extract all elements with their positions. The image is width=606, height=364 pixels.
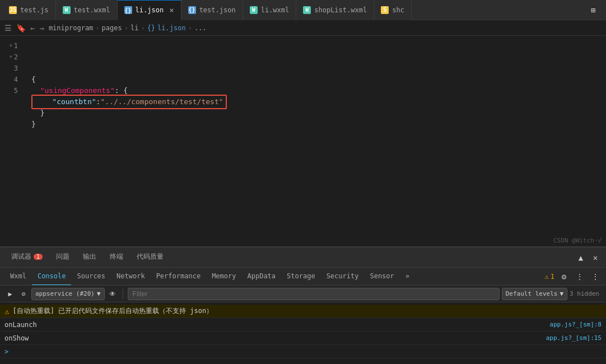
debug-tab-bar-actions: ▲ ✕ — [575, 251, 602, 264]
clear-button[interactable]: ⊘ — [18, 288, 29, 300]
devtools-tab-bar-actions: ⚠ 1 ⚙ ⋮ ⋮ — [545, 270, 602, 283]
context-label: appservice (#20) — [35, 290, 95, 297]
eye-button[interactable]: 👁 — [107, 288, 118, 300]
debug-tab-output[interactable]: 输出 — [76, 248, 103, 268]
debug-tab-label-output: 输出 — [83, 252, 96, 262]
debug-tab-bar: 调试器1问题输出终端代码质量 ▲ ✕ — [0, 248, 606, 268]
devtools-tab-security[interactable]: Security — [321, 268, 365, 286]
debug-tab-code-quality[interactable]: 代码质量 — [130, 248, 170, 268]
level-selector[interactable]: Default levels ▼ — [502, 288, 567, 300]
tab-list: JStest.jsWtest.wxml{}li.json×{}test.json… — [2, 0, 582, 20]
debug-tab-debugger[interactable]: 调试器1 — [4, 248, 49, 268]
tab-label-li-json: li.json — [136, 6, 164, 14]
console-toolbar: ▶ ⊘ appservice (#20) ▼ 👁 Default levels … — [0, 286, 606, 302]
menu-icon[interactable]: ☰ — [4, 24, 12, 32]
editor: ▼1▼2 3 4 5 { "usingComponents": { "count… — [0, 36, 606, 246]
line-number-5: 5 — [0, 85, 18, 96]
devtools-tab-memory[interactable]: Memory — [206, 268, 241, 286]
console-warn-text: [自动热重载] 已开启代码文件保存后自动热重载（不支持 json） — [12, 306, 602, 316]
breadcrumb-more: ... — [194, 24, 207, 32]
more-options-button[interactable]: ⋮ — [574, 270, 586, 283]
line-number-3: 3 — [0, 63, 18, 74]
tab-icon-li-wxml: W — [250, 6, 258, 14]
console-log-text: onShow — [4, 334, 546, 342]
debug-tab-label-issues: 问题 — [56, 252, 69, 262]
console-source-link[interactable]: app.js?_[sm]:8 — [549, 321, 602, 328]
token: : — [96, 96, 101, 108]
tab-li-wxml[interactable]: Wli.wxml — [243, 0, 297, 20]
tab-li-json[interactable]: {}li.json× — [118, 0, 181, 20]
debug-tab-label-code-quality: 代码质量 — [137, 252, 164, 262]
devtools-tab-appdata[interactable]: AppData — [241, 268, 281, 286]
line-number-2: ▼2 — [0, 52, 18, 63]
line-num-label-2: 2 — [14, 52, 18, 63]
devtools-tab-performance[interactable]: Performance — [151, 268, 206, 286]
debug-tab-label-debugger: 调试器 — [11, 252, 31, 262]
collapse-panel-button[interactable]: ▲ — [575, 251, 587, 264]
console-source-link[interactable]: app.js?_[sm]:15 — [546, 334, 602, 342]
tab-shopList-wxml[interactable]: WshopList.wxml — [296, 0, 374, 20]
devtools-tab-bar: WxmlConsoleSourcesNetworkPerformanceMemo… — [0, 268, 606, 286]
filter-input[interactable] — [128, 288, 500, 300]
line-num-label-1: 1 — [14, 40, 18, 52]
back-button[interactable]: ← — [30, 24, 35, 32]
console-input-row[interactable]: > — [0, 345, 606, 358]
code-area[interactable]: { "usingComponents": { "countbtn":"../..… — [22, 36, 606, 246]
devtools-tab-console[interactable]: Console — [32, 268, 72, 286]
tab-test-json[interactable]: {}test.json — [181, 0, 243, 20]
tab-test-js[interactable]: JStest.js — [2, 0, 56, 20]
breadcrumb-part: miniprogram — [49, 24, 93, 32]
chevron-down-icon: ▼ — [97, 290, 101, 297]
line-num-label-4: 4 — [14, 74, 18, 85]
warning-count: 1 — [551, 273, 554, 281]
devtools-tab-sources[interactable]: Sources — [71, 268, 111, 286]
code-line-3: "countbtn":"../../components/test/test" — [31, 96, 597, 108]
close-panel-button[interactable]: ✕ — [589, 251, 602, 264]
code-line-1: { — [31, 74, 597, 85]
resize-handle[interactable]: ⋮ — [589, 270, 602, 283]
bookmark-icon[interactable]: 🔖 — [16, 24, 26, 32]
breadcrumb-current: li.json — [157, 24, 186, 32]
code-line-5: } — [31, 119, 597, 130]
console-row: onLaunchapp.js?_[sm]:8 — [0, 318, 606, 332]
tab-icon-shc: S — [381, 6, 389, 14]
tab-icon-shopList-wxml: W — [303, 6, 311, 14]
fold-button-2[interactable]: ▼ — [7, 52, 12, 63]
tab-shc[interactable]: Sshc — [374, 0, 412, 20]
devtools-tab-storage[interactable]: Storage — [281, 268, 321, 286]
devtools-more-button[interactable]: » — [400, 268, 415, 286]
debug-tab-issues[interactable]: 问题 — [49, 248, 76, 268]
devtools-tab-sensor[interactable]: Sensor — [364, 268, 399, 286]
tab-label-test-wxml: test.wxml — [74, 6, 110, 14]
breadcrumb: ☰ 🔖 ← → miniprogram › pages › li › {} li… — [0, 20, 606, 36]
devtools-tab-network[interactable]: Network — [111, 268, 151, 286]
context-selector[interactable]: appservice (#20) ▼ — [31, 288, 105, 300]
line-numbers: ▼1▼2 3 4 5 — [0, 36, 22, 246]
tab-close-li-json[interactable]: × — [169, 6, 174, 15]
level-label: Default levels — [506, 290, 558, 297]
token: { — [31, 74, 36, 85]
code-line-4: } — [31, 108, 597, 119]
tab-label-shopList-wxml: shopList.wxml — [314, 6, 367, 14]
debug-tab-terminal[interactable]: 终端 — [103, 248, 130, 268]
tab-icon-test-js: JS — [9, 6, 17, 14]
token: } — [31, 108, 44, 119]
breadcrumb-part: pages — [102, 24, 122, 32]
tab-label-test-json: test.json — [199, 6, 236, 14]
forward-button[interactable]: → — [39, 24, 44, 32]
warning-badge: ⚠ 1 — [545, 273, 554, 281]
devtools-tab-wxml[interactable]: Wxml — [4, 268, 32, 286]
line-number-4: 4 — [0, 74, 18, 85]
token — [35, 96, 52, 108]
layout-toggle-button[interactable]: ⊞ — [587, 4, 599, 16]
execute-button[interactable]: ▶ — [4, 288, 16, 300]
bottom-panel: 调试器1问题输出终端代码质量 ▲ ✕ WxmlConsoleSourcesNet… — [0, 246, 606, 364]
fold-button-1[interactable]: ▼ — [7, 40, 12, 52]
warning-icon: ⚠ — [545, 273, 549, 281]
warn-icon: ⚠ — [4, 307, 9, 316]
tab-test-wxml[interactable]: Wtest.wxml — [56, 0, 118, 20]
line-num-label-3: 3 — [14, 63, 18, 74]
console-output: ⚠[自动热重载] 已开启代码文件保存后自动热重载（不支持 json）onLaun… — [0, 302, 606, 364]
tab-bar-actions: ⊞ — [582, 4, 604, 16]
settings-button[interactable]: ⚙ — [558, 270, 570, 283]
